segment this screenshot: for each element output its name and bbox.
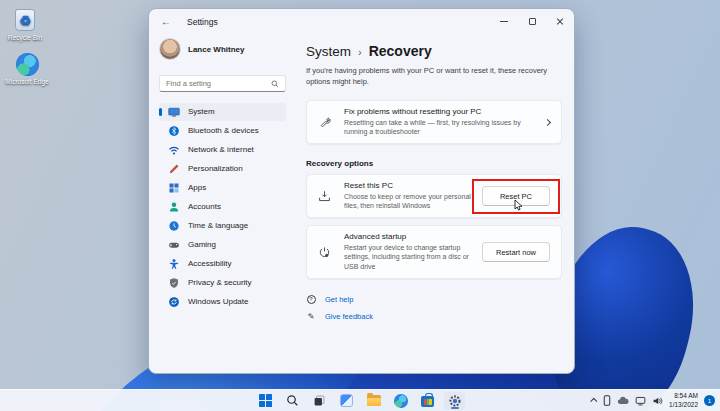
recycle-bin-icon: ♻ [15, 9, 35, 31]
restart-now-button[interactable]: Restart now [482, 242, 550, 262]
sidebar: Lance Whitney System Bluetooth & devices… [149, 34, 296, 373]
microsoft-store-button[interactable] [417, 392, 438, 410]
mouse-cursor [514, 199, 523, 211]
tray-chevron-button[interactable] [592, 398, 597, 403]
start-button[interactable] [255, 392, 276, 410]
windows-logo-icon [259, 394, 272, 407]
main-content: System › Recovery If you're having probl… [296, 34, 574, 373]
window-title: Settings [187, 17, 218, 27]
sidebar-item-apps[interactable]: Apps [159, 179, 286, 197]
chevron-right-icon [544, 119, 551, 126]
wrench-icon [318, 116, 333, 129]
edge-icon [16, 53, 39, 76]
give-feedback-link[interactable]: ✎ Give feedback [306, 311, 562, 321]
shield-icon [168, 277, 180, 289]
search-input[interactable] [166, 79, 271, 88]
get-help-link[interactable]: ? Get help [306, 294, 562, 304]
brush-icon [168, 163, 180, 175]
widgets-icon [340, 394, 353, 407]
accessibility-person-icon [168, 258, 180, 270]
update-arrows-icon [168, 296, 180, 308]
close-button[interactable] [546, 9, 574, 34]
breadcrumb-separator: › [358, 46, 362, 58]
minimize-icon [500, 21, 508, 22]
sidebar-item-gaming[interactable]: Gaming [159, 236, 286, 254]
reset-pc-icon [318, 190, 333, 203]
advanced-startup-description: Restart your device to change startup se… [344, 243, 474, 272]
user-account-row[interactable]: Lance Whitney [159, 38, 286, 60]
settings-search-box[interactable] [159, 75, 286, 92]
fix-problems-card[interactable]: Fix problems without resetting your PC R… [306, 100, 562, 144]
minimize-button[interactable] [490, 9, 518, 34]
settings-window: ← Settings Lance Whitney System [148, 8, 575, 374]
sidebar-item-accounts[interactable]: Accounts [159, 198, 286, 216]
sidebar-item-network-internet[interactable]: Network & internet [159, 141, 286, 159]
footer-links: ? Get help ✎ Give feedback [306, 294, 562, 321]
fix-problems-title: Fix problems without resetting your PC [344, 107, 537, 116]
desktop-icon-label: Microsoft Edge [2, 78, 52, 85]
clock-icon [168, 220, 180, 232]
sidebar-item-time-language[interactable]: Time & language [159, 217, 286, 235]
wifi-icon [168, 144, 180, 156]
sidebar-item-windows-update[interactable]: Windows Update [159, 293, 286, 311]
tray-time: 8:54 AM [669, 392, 698, 400]
phone-icon [603, 395, 611, 406]
user-name: Lance Whitney [188, 45, 244, 54]
bluetooth-icon [168, 125, 180, 137]
network-button[interactable] [635, 396, 646, 406]
chevron-up-icon [590, 398, 597, 405]
sidebar-nav: System Bluetooth & devices Network & int… [159, 103, 286, 311]
volume-button[interactable] [652, 396, 663, 406]
onedrive-button[interactable] [617, 396, 629, 405]
fix-problems-subtitle: Resetting can take a while — first, try … [344, 118, 537, 138]
folder-icon [367, 395, 381, 406]
tray-clock[interactable]: 8:54 AM 1/13/2022 [669, 392, 698, 409]
tray-phone-button[interactable] [603, 395, 611, 406]
breadcrumb-system[interactable]: System [306, 44, 351, 59]
tray-date: 1/13/2022 [669, 401, 698, 409]
search-icon [286, 394, 299, 407]
title-bar: ← Settings [149, 9, 574, 34]
advanced-startup-card: Advanced startup Restart your device to … [306, 225, 562, 279]
sidebar-item-bluetooth-devices[interactable]: Bluetooth & devices [159, 122, 286, 140]
reset-this-pc-card: Reset this PC Choose to keep or remove y… [306, 174, 562, 218]
section-header: Recovery options [306, 159, 562, 168]
search-icon [271, 80, 279, 88]
notification-badge[interactable]: 1 [704, 395, 715, 406]
page-description: If you're having problems with your PC o… [306, 66, 558, 87]
maximize-icon [529, 18, 536, 25]
widgets-button[interactable] [336, 392, 357, 410]
speaker-icon [652, 396, 663, 406]
gamepad-icon [168, 239, 180, 251]
network-icon [635, 396, 646, 406]
help-icon: ? [307, 295, 316, 304]
file-explorer-button[interactable] [363, 392, 384, 410]
close-icon [556, 18, 564, 26]
sidebar-item-privacy-security[interactable]: Privacy & security [159, 274, 286, 292]
store-bag-icon [421, 396, 434, 407]
settings-taskbar-button[interactable] [444, 392, 465, 410]
sidebar-item-accessibility[interactable]: Accessibility [159, 255, 286, 273]
sidebar-item-system[interactable]: System [159, 103, 286, 121]
person-icon [168, 201, 180, 213]
task-view-icon [313, 394, 326, 407]
reset-this-pc-description: Choose to keep or remove your personal f… [344, 192, 474, 212]
maximize-button[interactable] [518, 9, 546, 34]
gear-icon [448, 394, 462, 408]
desktop-icon-label: Recycle Bin [0, 34, 50, 41]
breadcrumb: System › Recovery [306, 43, 562, 59]
power-gear-icon [318, 246, 333, 259]
taskbar-search-button[interactable] [282, 392, 303, 410]
taskbar: 8:54 AM 1/13/2022 1 [0, 389, 720, 411]
desktop-icon-recycle-bin[interactable]: ♻ Recycle Bin [0, 8, 50, 41]
reset-this-pc-title: Reset this PC [344, 181, 474, 190]
edge-taskbar-button[interactable] [390, 392, 411, 410]
sidebar-item-personalization[interactable]: Personalization [159, 160, 286, 178]
advanced-startup-title: Advanced startup [344, 232, 474, 241]
system-icon [168, 106, 180, 118]
desktop-icon-microsoft-edge[interactable]: Microsoft Edge [2, 52, 52, 85]
back-icon[interactable]: ← [161, 16, 179, 27]
avatar [159, 38, 181, 60]
apps-grid-icon [168, 182, 180, 194]
task-view-button[interactable] [309, 392, 330, 410]
